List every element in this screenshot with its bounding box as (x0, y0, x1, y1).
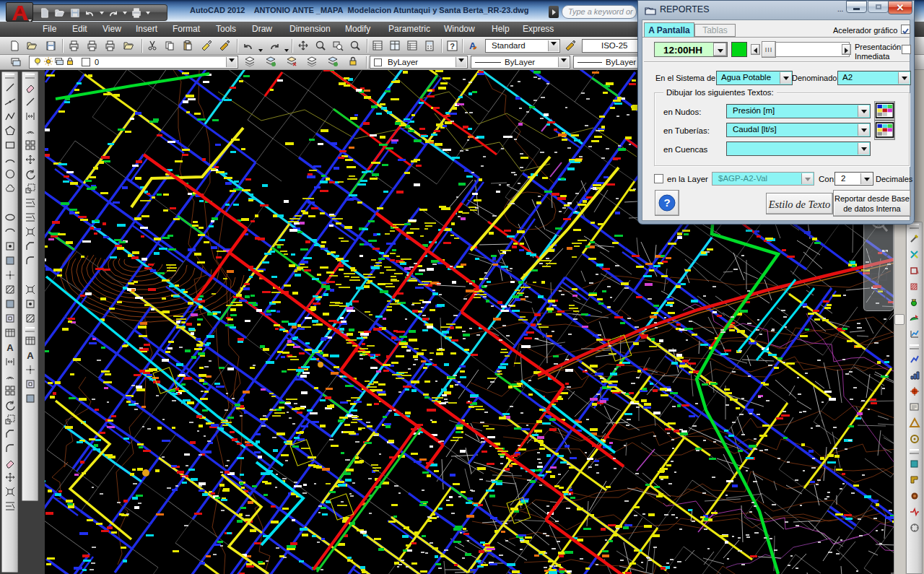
svg-text:?: ? (450, 42, 455, 51)
svg-text:?: ? (663, 196, 670, 209)
svg-text:A: A (469, 40, 476, 51)
svg-text:A: A (6, 342, 14, 353)
svg-text:A: A (27, 350, 34, 361)
